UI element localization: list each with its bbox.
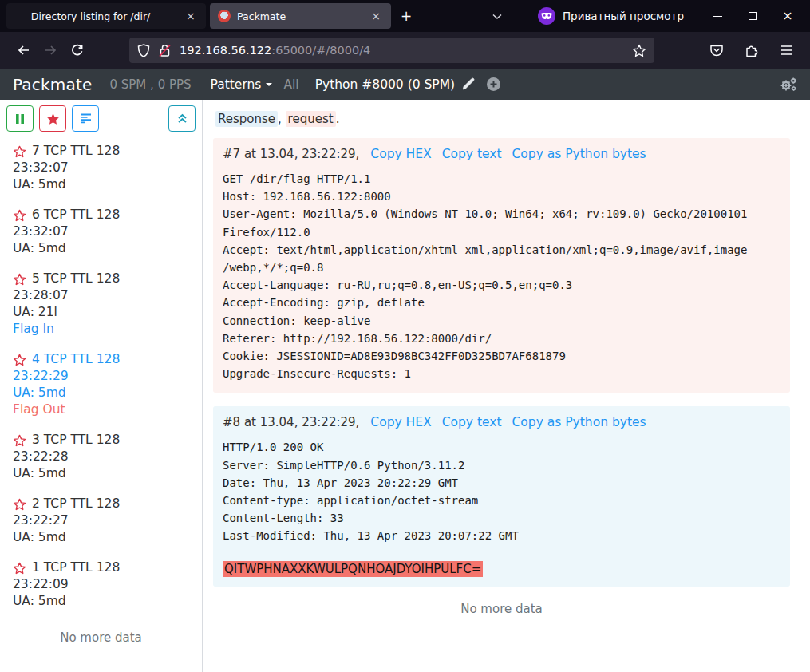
http-response-headers: HTTP/1.0 200 OK Server: SimpleHTTP/0.6 P…	[223, 438, 780, 544]
copy-python-bytes-link[interactable]: Copy as Python bytes	[512, 147, 646, 161]
window-close-button[interactable]: ×	[770, 3, 805, 29]
packet-list-item[interactable]: 6 TCP TTL 128 23:32:07 UA: 5md	[0, 200, 202, 264]
packet-list-item[interactable]: 7 TCP TTL 128 23:32:07 UA: 5md	[0, 136, 202, 200]
private-browsing-label: Приватный просмотр	[563, 10, 684, 22]
packet-title: 1 TCP TTL 128	[32, 559, 120, 576]
tracking-protection-shield-icon[interactable]	[137, 44, 150, 57]
flag-match-line: QITWPHNAXXKWULPQNHOAJDYOIHPULFC=	[223, 562, 780, 576]
packet-time: 23:32:07	[13, 223, 197, 240]
edit-service-pencil-icon[interactable]	[461, 77, 475, 91]
packet-ua: UA: 5md	[13, 465, 197, 482]
sidebar-toolbar	[0, 105, 202, 136]
packet-ua: UA: 5md	[13, 240, 197, 257]
pps-counter: 0 PPS	[158, 77, 192, 93]
tab-packmate[interactable]: Packmate ×	[210, 3, 391, 29]
packet-time: 23:28:07	[13, 287, 197, 304]
brand-packmate[interactable]: Packmate	[13, 75, 92, 94]
packet-list-item[interactable]: 5 TCP TTL 128 23:28:07 UA: 21l Flag In	[0, 264, 202, 345]
copy-python-bytes-link[interactable]: Copy as Python bytes	[512, 415, 646, 429]
star-outline-icon[interactable]	[13, 273, 26, 286]
star-outline-icon[interactable]	[13, 562, 26, 575]
packet-number-timestamp: #8 at 13.04, 23:22:29,	[223, 415, 359, 429]
list-all-tabs-chevron-down-icon[interactable]	[492, 13, 503, 20]
browser-tab-bar: Directory listing for /dir/ × Packmate ×…	[0, 0, 810, 32]
legend-response-chip: Response	[215, 111, 278, 127]
all-services-link[interactable]: All	[283, 77, 298, 92]
packet-sidebar: 7 TCP TTL 128 23:32:07 UA: 5md 6 TCP TTL…	[0, 100, 203, 672]
copy-hex-link[interactable]: Copy HEX	[370, 147, 431, 161]
packet-number-timestamp: #7 at 13.04, 23:22:29,	[223, 147, 359, 161]
packet-list-item[interactable]: 1 TCP TTL 128 23:22:09 UA: 5md	[0, 553, 202, 617]
url-text: 192.168.56.122:65000/#/8000/4	[180, 44, 370, 57]
url-path: :65000/#/8000/4	[271, 44, 370, 57]
packet-block-request: #7 at 13.04, 23:22:29, Copy HEX Copy tex…	[213, 138, 790, 393]
packet-list-item[interactable]: 2 TCP TTL 128 23:22:27 UA: 5md	[0, 489, 202, 553]
pause-icon	[15, 113, 25, 125]
settings-gears-icon[interactable]	[780, 77, 797, 92]
back-button[interactable]	[10, 38, 37, 63]
star-outline-icon[interactable]	[13, 434, 26, 447]
spm-counter: 0 SPM	[109, 77, 146, 93]
caret-down-icon	[266, 83, 272, 86]
packet-time: 23:22:28	[13, 449, 197, 465]
direction-legend: Response, request.	[215, 112, 790, 126]
packet-title: 3 TCP TTL 128	[32, 432, 120, 449]
flag-out-link[interactable]: Flag Out	[13, 401, 197, 418]
window-maximize-button[interactable]	[735, 3, 770, 29]
forward-button[interactable]	[37, 38, 64, 63]
star-outline-icon[interactable]	[13, 209, 26, 222]
packet-list-item-selected[interactable]: 4 TCP TTL 128 23:22:29 UA: 5md Flag Out	[0, 345, 202, 425]
menu-hamburger-icon[interactable]	[773, 38, 800, 63]
star-outline-icon[interactable]	[13, 354, 26, 366]
copy-text-link[interactable]: Copy text	[442, 415, 502, 429]
tab-close-icon[interactable]: ×	[369, 10, 383, 22]
copy-text-link[interactable]: Copy text	[442, 147, 502, 161]
list-icon	[80, 113, 92, 124]
list-view-button[interactable]	[72, 105, 99, 132]
star-icon	[46, 113, 60, 125]
new-tab-button[interactable]: +	[394, 4, 418, 28]
packet-title: 7 TCP TTL 128	[32, 143, 120, 160]
double-chevron-up-icon	[177, 113, 188, 124]
pause-capture-button[interactable]	[6, 105, 34, 132]
copy-hex-link[interactable]: Copy HEX	[370, 415, 431, 429]
pocket-icon[interactable]	[703, 38, 730, 63]
packet-title: 6 TCP TTL 128	[32, 207, 120, 223]
packet-time: 23:22:27	[13, 512, 197, 529]
insecure-lock-icon[interactable]	[158, 44, 172, 57]
favorites-filter-button[interactable]	[39, 105, 66, 132]
service-python-8000[interactable]: Python #8000 (0 SPM)	[315, 77, 475, 92]
legend-request-chip: request	[286, 111, 336, 127]
service-spm-counter: 0 SPM	[413, 77, 450, 93]
collapse-all-button[interactable]	[168, 105, 196, 132]
http-request-body: GET /dir/flag HTTP/1.1 Host: 192.168.56.…	[223, 170, 780, 382]
window-minimize-button[interactable]	[700, 3, 735, 29]
url-host: 192.168.56.122	[180, 44, 271, 57]
stream-detail-panel: Response, request. #7 at 13.04, 23:22:29…	[203, 100, 810, 672]
packet-block-header: #7 at 13.04, 23:22:29, Copy HEX Copy tex…	[223, 147, 780, 161]
url-bar[interactable]: 192.168.56.122:65000/#/8000/4	[129, 38, 654, 63]
packet-list-item[interactable]: 3 TCP TTL 128 23:22:28 UA: 5md	[0, 425, 202, 489]
bookmark-star-icon[interactable]	[632, 44, 646, 57]
packet-time: 23:22:29	[13, 368, 197, 385]
packet-block-response: #8 at 13.04, 23:22:29, Copy HEX Copy tex…	[213, 406, 790, 586]
packet-ua: UA: 5md	[13, 529, 197, 546]
flag-in-link[interactable]: Flag In	[13, 321, 197, 338]
star-outline-icon[interactable]	[13, 498, 26, 511]
traffic-stats: 0 SPM , 0 PPS	[109, 77, 191, 92]
patterns-dropdown[interactable]: Patterns	[211, 77, 273, 92]
main-no-more-data: No more data	[213, 602, 790, 616]
sidebar-no-more-data: No more data	[0, 617, 202, 658]
tab-close-icon[interactable]: ×	[184, 10, 198, 22]
packmate-header: Packmate 0 SPM , 0 PPS Patterns All Pyth…	[0, 69, 810, 100]
flag-match-highlight: QITWPHNAXXKWULPQNHOAJDYOIHPULFC=	[223, 561, 483, 577]
tab-directory-listing[interactable]: Directory listing for /dir/ ×	[6, 3, 206, 29]
star-outline-icon[interactable]	[13, 145, 26, 158]
extensions-puzzle-icon[interactable]	[738, 38, 765, 63]
packet-title: 4 TCP TTL 128	[32, 351, 120, 368]
add-service-plus-circle-icon[interactable]	[486, 77, 501, 92]
packet-ua: UA: 5md	[13, 176, 197, 193]
reload-button[interactable]	[64, 38, 91, 63]
app-content: 7 TCP TTL 128 23:32:07 UA: 5md 6 TCP TTL…	[0, 100, 810, 672]
packet-block-header: #8 at 13.04, 23:22:29, Copy HEX Copy tex…	[223, 415, 780, 429]
